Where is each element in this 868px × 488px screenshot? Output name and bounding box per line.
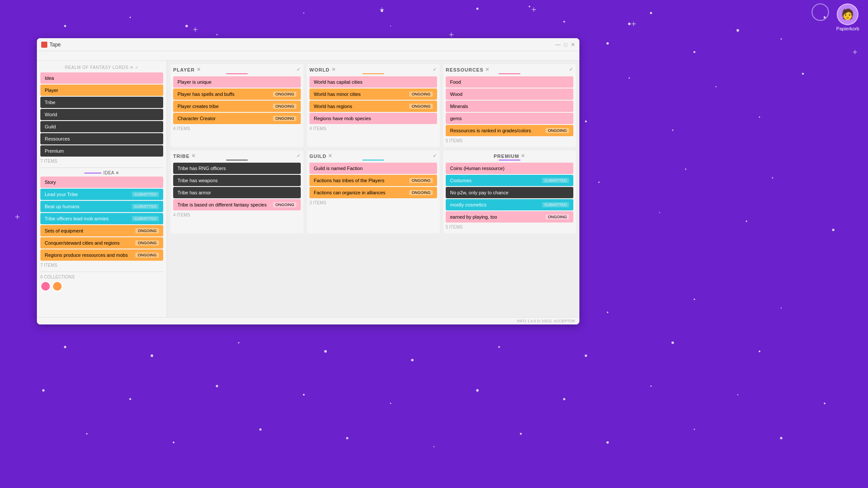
world-title: WORLD ✕✓ xyxy=(309,67,437,72)
guild-title: GUILD ✕✓ xyxy=(309,153,437,159)
col-tribe: TRIBE ✕✓ Tribe has RNG officers Tribe ha… xyxy=(171,151,303,233)
tribe-count: 4 ITEMS xyxy=(173,211,301,219)
idea-beat-humans[interactable]: Beat up humansSUBMITTED xyxy=(40,201,163,212)
tribe-x[interactable]: ✕ xyxy=(191,153,196,159)
ressources-check: ✓ xyxy=(569,67,573,72)
avatar-image: 🧑 xyxy=(837,3,858,25)
world-regions[interactable]: World has regionsONGOING xyxy=(309,101,437,112)
idea-header: IDEA ✕ xyxy=(40,170,163,175)
sidebar-ressources[interactable]: Ressources xyxy=(40,133,163,144)
premium-costumes[interactable]: CostumesSUBMITTED xyxy=(446,175,573,186)
premium-underline xyxy=(499,160,520,160)
avatar-2[interactable] xyxy=(52,281,62,291)
idea-story[interactable]: Story xyxy=(40,177,163,188)
user-avatar[interactable]: 🧑 Papierkorb xyxy=(836,3,859,31)
guild-named[interactable]: Guild is named Faction xyxy=(309,163,437,174)
idea-count: 7 ITEMS xyxy=(40,262,163,269)
ressources-x[interactable]: ✕ xyxy=(485,67,490,72)
tribe-rng[interactable]: Tribe has RNG officers xyxy=(173,163,301,174)
divider2 xyxy=(40,272,163,272)
tribe-armor[interactable]: Tribe has armor xyxy=(173,187,301,198)
user-name: Papierkorb xyxy=(836,26,859,31)
maximize-btn[interactable]: □ xyxy=(564,42,567,48)
res-food[interactable]: Food xyxy=(446,76,573,88)
premium-coins[interactable]: Coins (Human ressource) xyxy=(446,163,573,174)
col-guild: GUILD ✕✓ Guild is named Faction Factions… xyxy=(307,151,440,233)
guild-alliances[interactable]: Factions can organize in alliancesONGOIN… xyxy=(309,187,437,198)
tribe-weapons[interactable]: Tribe has weapons xyxy=(173,175,301,186)
minimize-btn[interactable]: — xyxy=(556,42,561,48)
sidebar-idea[interactable]: Idea xyxy=(40,72,163,84)
world-check: ✓ xyxy=(433,67,437,72)
app-window: Tape — □ ✕ REALM OF FANTASY LORDS ✕ ✓ Id… xyxy=(37,38,579,324)
left-sidebar: REALM OF FANTASY LORDS ✕ ✓ Idea Player T… xyxy=(37,61,167,317)
player-creates-tribe[interactable]: Player creates tribeONGOING xyxy=(173,101,301,112)
col-ressources: RESSOURCES ✕✓ Food Wood Minerals gems Re… xyxy=(443,64,576,147)
res-ranked[interactable]: Ressources is ranked in grades/colorsONG… xyxy=(446,125,573,136)
guild-underline xyxy=(362,160,384,160)
moon-decoration xyxy=(812,3,829,21)
sidebar-guild[interactable]: Guild xyxy=(40,121,163,132)
tribe-underline xyxy=(226,160,248,160)
premium-no-p2w[interactable]: No p2w, only pay to chance xyxy=(446,187,573,198)
idea-sets-equipment[interactable]: Sets of equipmentONGOING xyxy=(40,225,163,236)
premium-earned-playing[interactable]: earned by playing, tooONGOING xyxy=(446,211,573,223)
ressources-underline xyxy=(499,73,520,74)
player-title: PLAYER ✕✓ xyxy=(173,67,301,72)
right-content: PLAYER ✕✓ Player is unique Player has sp… xyxy=(167,61,579,317)
idea-conquer[interactable]: Conquer/steward cities and regionsONGOIN… xyxy=(40,237,163,249)
player-x[interactable]: ✕ xyxy=(197,67,201,72)
world-mob-species[interactable]: Regions have mob species xyxy=(309,113,437,124)
res-minerals[interactable]: Minerals xyxy=(446,101,573,112)
sidebar-premium[interactable]: Premium xyxy=(40,145,163,157)
guild-check: ✓ xyxy=(433,153,437,159)
idea-tribe-officers[interactable]: Tribe officers lead mob armiesSUBMITTED xyxy=(40,213,163,224)
premium-title: PREMIUM ✕ xyxy=(446,153,573,159)
world-x[interactable]: ✕ xyxy=(332,67,336,72)
guild-tribes[interactable]: Factions has tribes of the PlayersONGOIN… xyxy=(309,175,437,186)
collections-label: 6 COLLECTIONS xyxy=(40,275,163,279)
ressources-count: 5 ITEMS xyxy=(446,137,573,144)
player-spells[interactable]: Player has spells and buffsONGOING xyxy=(173,88,301,100)
tribe-title: TRIBE ✕✓ xyxy=(173,153,301,159)
divider xyxy=(40,167,163,168)
world-capital[interactable]: World has capital cities xyxy=(309,76,437,88)
player-underline xyxy=(226,73,248,74)
player-count: 4 ITEMS xyxy=(173,125,301,132)
sidebar-tribe[interactable]: Tribe xyxy=(40,97,163,108)
col-premium: PREMIUM ✕ Coins (Human ressource) Costum… xyxy=(443,151,576,233)
avatar-row xyxy=(40,281,163,291)
info-bar: INFO 1.4.0 (x 2021) ACCEPTOR xyxy=(37,317,579,324)
guild-count: 3 ITEMS xyxy=(309,199,437,206)
world-count: 4 ITEMS xyxy=(309,125,437,132)
player-char-creator[interactable]: Character CreatorONGOING xyxy=(173,113,301,124)
collection-title: REALM OF FANTASY LORDS ✕ ✓ xyxy=(40,65,163,70)
sidebar-world[interactable]: World xyxy=(40,109,163,120)
col-world: WORLD ✕✓ World has capital cities World … xyxy=(307,64,440,147)
player-check: ✓ xyxy=(296,67,301,72)
bottom-row: TRIBE ✕✓ Tribe has RNG officers Tribe ha… xyxy=(171,151,576,233)
res-gems[interactable]: gems xyxy=(446,113,573,124)
sidebar-player[interactable]: Player xyxy=(40,85,163,96)
guild-x[interactable]: ✕ xyxy=(328,153,332,159)
world-underline xyxy=(362,73,384,74)
col-player: PLAYER ✕✓ Player is unique Player has sp… xyxy=(171,64,303,147)
tribe-check: ✓ xyxy=(296,153,301,159)
idea-regions-produce[interactable]: Regions produce ressources and mobsONGOI… xyxy=(40,249,163,261)
premium-x[interactable]: ✕ xyxy=(521,153,525,159)
idea-lead-tribe[interactable]: Lead your TribeSUBMITTED xyxy=(40,189,163,200)
avatar-1[interactable] xyxy=(40,281,51,291)
player-unique[interactable]: Player is unique xyxy=(173,76,301,88)
sidebar-main-count: 7 ITEMS xyxy=(40,157,163,165)
tribe-species[interactable]: Tribe is based on different fantasy spec… xyxy=(173,199,301,210)
world-minor[interactable]: World has minor citiesONGOING xyxy=(309,88,437,100)
ressources-title: RESSOURCES ✕✓ xyxy=(446,67,573,72)
res-wood[interactable]: Wood xyxy=(446,88,573,100)
premium-count: 5 ITEMS xyxy=(446,223,573,231)
close-btn[interactable]: ✕ xyxy=(571,42,575,48)
premium-mostly-cosmetics[interactable]: mostly cosmeticsSUBMITTED xyxy=(446,199,573,210)
top-row: PLAYER ✕✓ Player is unique Player has sp… xyxy=(171,64,576,147)
